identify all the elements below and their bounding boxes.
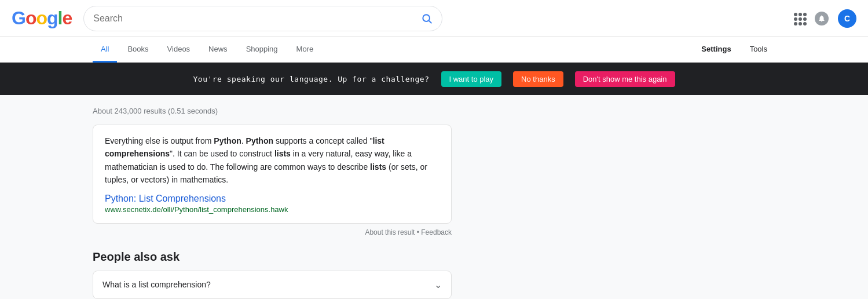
tools-tab[interactable]: Tools bbox=[742, 37, 775, 63]
search-button[interactable] bbox=[421, 13, 433, 24]
grid-dot bbox=[794, 22, 797, 25]
result-card: Everything else is output from Python. P… bbox=[93, 125, 452, 224]
people-also-ask: People also ask What is a list comprehen… bbox=[93, 250, 452, 299]
logo-letter-o1: o bbox=[25, 8, 36, 28]
tab-news[interactable]: News bbox=[200, 37, 236, 63]
grid-dot bbox=[799, 13, 802, 16]
notifications-icon[interactable] bbox=[815, 12, 829, 25]
challenge-banner: You're speaking our language. Up for a c… bbox=[0, 63, 868, 95]
paa-item[interactable]: What is a list comprehension? ⌄ bbox=[93, 271, 452, 299]
search-icon bbox=[421, 13, 433, 24]
result-snippet: Everything else is output from Python. P… bbox=[105, 134, 440, 187]
dont-show-button[interactable]: Don't show me this again bbox=[575, 71, 675, 87]
grid-dot bbox=[794, 13, 797, 16]
nav-tabs: All Books Videos News Shopping More Sett… bbox=[0, 37, 868, 63]
no-thanks-button[interactable]: No thanks bbox=[513, 71, 563, 87]
logo-letter-e: e bbox=[62, 8, 72, 28]
grid-dot bbox=[803, 22, 807, 25]
header: Google python list comprehension bbox=[0, 0, 868, 37]
logo-letter-o2: o bbox=[36, 8, 47, 28]
play-button[interactable]: I want to play bbox=[441, 71, 502, 87]
banner-message: You're speaking our language. Up for a c… bbox=[193, 75, 429, 83]
apps-button[interactable] bbox=[794, 13, 805, 24]
grid-dot bbox=[794, 17, 797, 21]
search-input[interactable]: python list comprehension bbox=[93, 13, 421, 24]
result-link[interactable]: Python: List Comprehensions bbox=[105, 194, 440, 204]
paa-title: People also ask bbox=[93, 250, 452, 264]
logo-letter-g2: g bbox=[47, 8, 58, 28]
paa-question: What is a list comprehension? bbox=[102, 280, 211, 289]
tab-books[interactable]: Books bbox=[119, 37, 156, 63]
svg-line-1 bbox=[429, 20, 432, 23]
tab-more[interactable]: More bbox=[288, 37, 322, 63]
header-right: C bbox=[794, 9, 856, 28]
search-bar: python list comprehension bbox=[83, 6, 442, 31]
logo-letter-g: G bbox=[12, 8, 25, 28]
grid-dot bbox=[803, 17, 807, 21]
results-count: About 243,000 results (0.51 seconds) bbox=[93, 107, 775, 115]
grid-dot bbox=[799, 17, 802, 21]
grid-dot bbox=[803, 13, 807, 16]
result-url: www.secnetix.de/olli/Python/list_compreh… bbox=[105, 205, 440, 214]
result-meta: About this result • Feedback bbox=[93, 228, 452, 236]
google-logo[interactable]: Google bbox=[12, 8, 72, 29]
main-content: About 243,000 results (0.51 seconds) Eve… bbox=[0, 95, 868, 299]
tab-videos[interactable]: Videos bbox=[159, 37, 199, 63]
settings-tab[interactable]: Settings bbox=[693, 37, 739, 63]
avatar[interactable]: C bbox=[838, 9, 856, 28]
tab-all[interactable]: All bbox=[93, 37, 117, 63]
grid-dot bbox=[799, 22, 802, 25]
chevron-down-icon: ⌄ bbox=[434, 279, 442, 290]
svg-point-0 bbox=[423, 14, 430, 21]
tab-shopping[interactable]: Shopping bbox=[238, 37, 286, 63]
